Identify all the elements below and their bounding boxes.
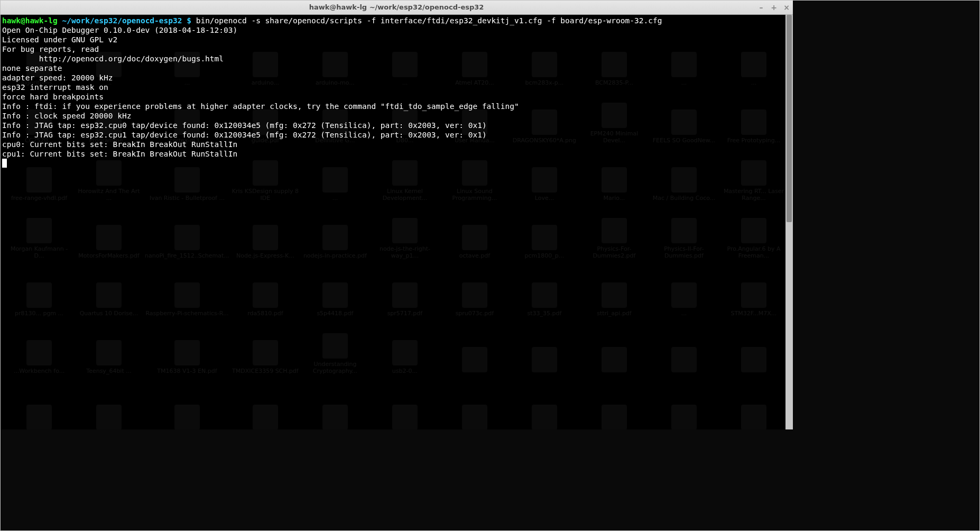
prompt-path: ~/work/esp32/openocd-esp32: [62, 16, 187, 25]
output-line: Licensed under GNU GPL v2: [2, 35, 117, 44]
prompt-symbol: $: [187, 16, 191, 25]
output-line: cpu1: Current bits set: BreakIn BreakOut…: [2, 150, 237, 158]
window-controls: – + ×: [757, 3, 791, 12]
scrollbar-track[interactable]: [785, 15, 793, 429]
output-line: Info : JTAG tap: esp32.cpu1 tap/device f…: [2, 131, 487, 139]
output-line: adapter speed: 20000 kHz: [2, 74, 113, 82]
minimize-icon[interactable]: –: [757, 3, 765, 12]
output-line: cpu0: Current bits set: BreakIn BreakOut…: [2, 140, 237, 149]
prompt-user-host: hawk@hawk-lg: [2, 16, 58, 25]
output-line: Info : clock speed 20000 kHz: [2, 112, 131, 120]
output-line: Open On-Chip Debugger 0.10.0-dev (2018-0…: [2, 26, 237, 34]
terminal-body[interactable]: algorithms.........arduino...arduino-mo.…: [0, 15, 793, 429]
output-line: esp32 interrupt mask on: [2, 83, 108, 91]
output-line: force hard breakpoints: [2, 93, 104, 101]
terminal-text-content[interactable]: hawk@hawk-lg ~/work/esp32/openocd-esp32 …: [0, 15, 793, 429]
output-line: For bug reports, read: [2, 45, 99, 53]
output-line: none separate: [2, 64, 62, 72]
close-icon[interactable]: ×: [782, 3, 791, 12]
output-line: http://openocd.org/doc/doxygen/bugs.html: [2, 54, 224, 63]
output-line: Info : ftdi: if you experience problems …: [2, 102, 519, 111]
window-title: hawk@hawk-lg ~/work/esp32/openocd-esp32: [309, 3, 484, 11]
scrollbar-thumb[interactable]: [787, 15, 792, 222]
output-line: Info : JTAG tap: esp32.cpu0 tap/device f…: [2, 121, 487, 130]
command-text: bin/openocd -s share/openocd/scripts -f …: [196, 16, 662, 25]
maximize-icon[interactable]: +: [770, 3, 778, 12]
titlebar[interactable]: hawk@hawk-lg ~/work/esp32/openocd-esp32 …: [0, 0, 793, 15]
cursor: [2, 159, 7, 168]
terminal-window: hawk@hawk-lg ~/work/esp32/openocd-esp32 …: [0, 0, 793, 429]
